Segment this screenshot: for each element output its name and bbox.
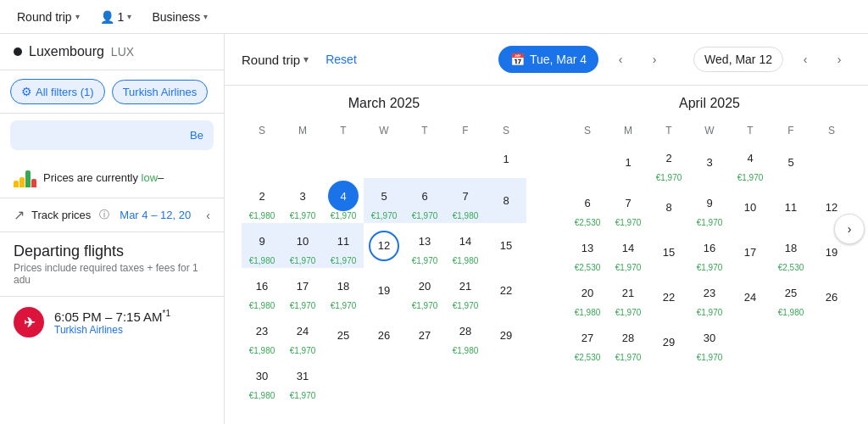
calendar-day-cell[interactable]: 1 [608,140,648,185]
day-price: €1,970 [371,211,398,220]
calendar-day-cell[interactable]: 17 [730,230,771,275]
track-collapse-button[interactable]: ‹ [206,209,210,222]
day-price: €2,530 [575,218,601,227]
calendar-week-row: 20€1,98021€1,9702223€1,9702425€1,98026 [567,275,852,320]
calendar-day-cell[interactable]: 10€1,970 [282,223,323,268]
calendar-day-cell[interactable]: 11€1,970 [323,223,364,268]
calendar-day-cell[interactable]: 6€2,530 [567,185,608,230]
day-price: €1,970 [697,308,723,317]
calendar-day-cell[interactable]: 4€1,970 [730,140,771,185]
flight-airline-label: Turkish Airlines [54,324,210,336]
calendar-day-cell[interactable]: 7€1,970 [608,185,648,230]
calendar-day-cell[interactable]: 16€1,980 [242,268,282,313]
passengers-selector[interactable]: 👤 1 ▾ [93,7,139,27]
calendar-day-cell[interactable]: 3 [689,140,730,185]
calendar-day-cell[interactable]: 5€1,970 [364,178,404,223]
calendar-day-cell[interactable]: 24€1,970 [282,313,323,358]
calendar-day-cell[interactable]: 2€1,980 [242,178,282,223]
calendar-day-cell[interactable]: 14€1,980 [445,223,486,268]
calendar-day-cell[interactable]: 1 [486,140,526,178]
all-filters-button[interactable]: ⚙ All filters (1) [10,79,105,104]
airline-filter-chip[interactable]: Turkish Airlines [112,80,209,104]
calendar-day-cell[interactable]: 18€2,530 [771,230,811,275]
date1-pill[interactable]: 📅 Tue, Mar 4 [498,46,598,73]
calendar-day-cell[interactable]: 7€1,980 [445,178,486,223]
calendar-day-cell[interactable]: 5 [771,140,811,185]
calendar-day-cell[interactable]: 21€1,970 [445,268,486,313]
class-selector[interactable]: Business ▾ [145,7,214,27]
calendar-day-cell[interactable]: 23€1,980 [242,313,282,358]
reset-button[interactable]: Reset [326,53,357,66]
calendar-day-cell[interactable]: 29 [486,313,526,358]
airline-logo-text: ✈ [24,315,35,331]
day-header: S [242,121,282,140]
calendar-day-cell[interactable]: 14€1,970 [608,230,648,275]
calendar-week-row: 9€1,98010€1,97011€1,9701213€1,97014€1,98… [242,223,526,268]
calendar-day-cell[interactable]: 26 [364,313,404,358]
calendar-day-cell[interactable]: 4€1,970 [323,178,364,223]
calendar-day-cell[interactable]: 24 [730,275,771,320]
date2-prev-button[interactable]: ‹ [793,47,817,71]
trip-type-selector[interactable]: Round trip ▾ [10,7,86,27]
calendar-day-cell[interactable]: 28€1,980 [445,313,486,358]
calendar-day-cell[interactable]: 18€1,970 [323,268,364,313]
date2-pill[interactable]: Wed, Mar 12 [693,47,783,72]
calendar-day-cell[interactable]: 28€1,970 [608,320,648,365]
date2-next-button[interactable]: › [827,47,851,71]
calendar-day-cell [323,140,364,178]
calendar-day-cell[interactable]: 31€1,970 [282,358,323,403]
calendar-day-cell[interactable]: 15 [486,223,526,268]
calendar-day-cell[interactable]: 12 [364,223,404,268]
calendar-day-cell [364,358,404,403]
calendar-day-cell[interactable]: 30€1,970 [689,320,730,365]
roundtrip-selector[interactable]: Round trip ▾ [242,53,309,67]
calendar-day-cell[interactable]: 20€1,980 [567,275,608,320]
date1-prev-button[interactable]: ‹ [609,47,632,71]
calendar-day-cell[interactable]: 22 [486,268,526,313]
calendar-day-cell[interactable]: 30€1,980 [242,358,282,403]
track-info-icon[interactable]: ⓘ [99,208,109,222]
calendar-day-cell[interactable]: 8 [648,185,689,230]
calendar-day-cell[interactable]: 17€1,970 [282,268,323,313]
calendar-day-cell[interactable]: 26 [811,275,852,320]
day-header: S [486,121,526,140]
calendar-day-cell[interactable]: 19 [364,268,404,313]
flight-card[interactable]: ✈ 6:05 PM – 7:15 AM*1 Turkish Airlines [0,296,224,348]
calendar-day-cell[interactable]: 22 [648,275,689,320]
calendar-day-cell[interactable]: 13€1,970 [404,223,445,268]
calendar-day-cell [771,320,811,365]
day-price: €1,980 [453,211,479,220]
calendar-day-cell[interactable]: 16€1,970 [689,230,730,275]
calendar-day-cell[interactable]: 6€1,970 [404,178,445,223]
date1-next-button[interactable]: › [643,47,666,71]
calendar-day-cell[interactable]: 29 [648,320,689,365]
calendar-day-cell[interactable]: 8 [486,178,526,223]
calendar-day-cell[interactable]: 20€1,970 [404,268,445,313]
calendar-day-cell[interactable]: 15 [648,230,689,275]
calendar-day-cell[interactable]: 27€2,530 [567,320,608,365]
calendar-day-cell[interactable]: 21€1,970 [608,275,648,320]
calendar-week-row: 12€1,97034€1,9705 [567,140,852,185]
calendar-day-cell[interactable]: 25 [323,313,364,358]
bar-low [14,181,19,187]
day-price: €1,970 [412,256,438,265]
day-price: €1,970 [697,218,723,227]
calendar-day-cell[interactable]: 23€1,970 [689,275,730,320]
calendar-day-cell[interactable]: 2€1,970 [648,140,689,185]
calendar-day-cell[interactable]: 11 [771,185,811,230]
calendar-week-row: 13€2,53014€1,9701516€1,9701718€2,53019 [567,230,852,275]
day-price: €1,980 [453,346,479,355]
calendar-next-month-button[interactable]: › [834,214,865,244]
day-header: M [608,121,648,140]
calendar-day-cell[interactable]: 9€1,970 [689,185,730,230]
day-price: €1,980 [249,346,275,355]
day-price: €1,970 [331,256,357,265]
calendar-day-cell[interactable]: 25€1,980 [771,275,811,320]
calendar-day-cell[interactable]: 13€2,530 [567,230,608,275]
calendar-day-cell[interactable]: 10 [730,185,771,230]
calendar-day-cell[interactable]: 27 [404,313,445,358]
calendar-day-cell [242,140,282,178]
march-title: March 2025 [242,96,526,111]
calendar-day-cell[interactable]: 3€1,970 [282,178,323,223]
calendar-day-cell[interactable]: 9€1,980 [242,223,282,268]
